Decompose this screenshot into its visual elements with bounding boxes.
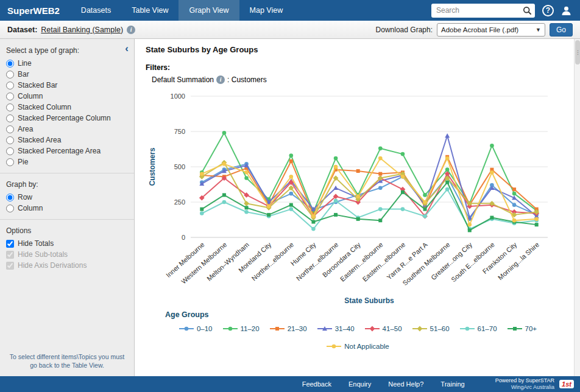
legend-marker-icon xyxy=(507,325,522,332)
tab-datasets[interactable]: Datasets xyxy=(71,0,121,21)
svg-text:250: 250 xyxy=(174,198,185,206)
graph-type-radio-stacked-area[interactable] xyxy=(6,136,14,144)
legend-item-0-10[interactable]: 0–10 xyxy=(179,325,213,332)
graph-type-label: Stacked Percentage Area xyxy=(18,147,101,155)
graph-by-radio-row[interactable] xyxy=(6,194,14,201)
search-icon[interactable] xyxy=(523,6,532,18)
dataset-info-icon[interactable]: i xyxy=(127,26,135,34)
svg-text:0: 0 xyxy=(182,234,185,241)
legend-item-61-70[interactable]: 61–70 xyxy=(460,325,497,332)
footer-link-training[interactable]: Training xyxy=(440,380,464,388)
legend-title: Age Groups xyxy=(165,310,570,319)
options-label: Options xyxy=(6,226,128,235)
graph-type-option-pie[interactable]: Pie xyxy=(6,158,128,166)
tab-map-view[interactable]: Map View xyxy=(239,0,294,21)
legend-marker-icon xyxy=(270,325,285,332)
graph-by-option-column[interactable]: Column xyxy=(6,204,128,212)
graph-type-label: Stacked Percentage Column xyxy=(18,114,111,122)
option-hide-totals[interactable]: Hide Totals xyxy=(6,239,128,248)
svg-text:State Suburbs: State Suburbs xyxy=(344,296,394,305)
graph-type-option-line[interactable]: Line xyxy=(6,59,128,68)
download-format-select[interactable]: Adobe Acrobat File (.pdf) ▼ xyxy=(437,23,545,37)
svg-text:Morning...la Shire: Morning...la Shire xyxy=(497,241,540,282)
legend-item-31-40[interactable]: 31–40 xyxy=(317,325,355,332)
graph-type-radio-bar[interactable] xyxy=(6,71,14,79)
filter-value: : Customers xyxy=(227,75,267,84)
graph-type-option-bar[interactable]: Bar xyxy=(6,70,128,79)
help-icon[interactable]: ? xyxy=(542,5,554,16)
go-button[interactable]: Go xyxy=(550,23,573,37)
graph-type-radio-stacked-percentage-area[interactable] xyxy=(6,147,14,155)
powered-by-line2: WingArc Australia xyxy=(495,384,554,391)
graph-type-option-stacked-percentage-area[interactable]: Stacked Percentage Area xyxy=(6,147,128,155)
graph-type-radio-stacked-bar[interactable] xyxy=(6,82,14,89)
scrollbar-thumb[interactable]: ⋮ xyxy=(575,40,580,65)
graph-type-radio-pie[interactable] xyxy=(6,158,14,166)
graph-type-label: Area xyxy=(18,125,33,133)
graph-type-list: LineBarStacked BarColumnStacked ColumnSt… xyxy=(6,59,128,166)
legend-item-70[interactable]: 70+ xyxy=(507,325,537,332)
graph-by-label: Column xyxy=(18,204,43,212)
graph-type-option-stacked-bar[interactable]: Stacked Bar xyxy=(6,81,128,89)
legend-item-not-applicable[interactable]: Not Applicable xyxy=(327,343,389,350)
dataset-label: Dataset: xyxy=(7,26,37,34)
graph-type-label: Column xyxy=(18,92,43,100)
search-input[interactable] xyxy=(431,4,535,18)
legend-label: 51–60 xyxy=(430,325,450,332)
filters-label: Filters: xyxy=(146,63,570,72)
filter-name: Default Summation xyxy=(152,75,214,84)
svg-text:500: 500 xyxy=(174,163,185,170)
tab-table-view[interactable]: Table View xyxy=(121,0,179,21)
option-hide-axis-derivations: Hide Axis Derivations xyxy=(6,261,128,270)
tab-graph-view[interactable]: Graph View xyxy=(179,0,239,21)
graph-by-radio-column[interactable] xyxy=(6,205,14,212)
legend-item-51-60[interactable]: 51–60 xyxy=(412,325,450,332)
powered-by: Powered by SuperSTAR WingArc Australia xyxy=(495,377,554,391)
graph-type-label: Line xyxy=(18,59,32,68)
svg-text:Inner Melbourne: Inner Melbourne xyxy=(164,241,206,279)
graph-by-option-row[interactable]: Row xyxy=(6,193,128,201)
graph-type-radio-stacked-column[interactable] xyxy=(6,103,14,111)
graph-type-option-stacked-percentage-column[interactable]: Stacked Percentage Column xyxy=(6,114,128,122)
user-icon[interactable] xyxy=(561,5,571,16)
footer-link-enquiry[interactable]: Enquiry xyxy=(348,380,371,388)
powered-by-line1: Powered by SuperSTAR xyxy=(495,377,554,384)
legend-item-41-50[interactable]: 41–50 xyxy=(365,325,402,332)
graph-type-option-stacked-column[interactable]: Stacked Column xyxy=(6,103,128,111)
legend-label: 41–50 xyxy=(383,325,402,332)
option-hide-sub-totals: Hide Sub-totals xyxy=(6,250,128,259)
graph-type-radio-area[interactable] xyxy=(6,125,14,133)
sidebar-footnote: To select different items\Topics you mus… xyxy=(6,352,128,370)
graph-type-label: Bar xyxy=(18,70,29,79)
graph-type-radio-line[interactable] xyxy=(6,60,14,68)
legend-label: 0–10 xyxy=(197,325,213,332)
legend-item-21-30[interactable]: 21–30 xyxy=(270,325,307,332)
checkbox-hide-totals[interactable] xyxy=(6,240,14,248)
graph-type-label: Stacked Area xyxy=(18,136,61,144)
legend-label: 31–40 xyxy=(335,325,355,332)
graph-type-option-stacked-area[interactable]: Stacked Area xyxy=(6,136,128,144)
svg-text:Greater...ong City: Greater...ong City xyxy=(430,240,473,281)
divider xyxy=(0,173,134,173)
graph-type-radio-stacked-percentage-column[interactable] xyxy=(6,114,14,122)
collapse-sidebar-icon[interactable]: ‹ xyxy=(125,43,129,54)
vertical-scrollbar[interactable]: ⋮ xyxy=(574,39,580,376)
download-format-value: Adobe Acrobat File (.pdf) xyxy=(441,26,518,33)
footer-link-need-help[interactable]: Need Help? xyxy=(388,380,423,388)
graph-type-radio-column[interactable] xyxy=(6,93,14,100)
legend-marker-icon xyxy=(412,325,427,332)
app-brand: SuperWEB2 xyxy=(0,5,71,16)
checkbox-hide-sub-totals xyxy=(6,251,14,259)
dataset-link[interactable]: Retail Banking (Sample) xyxy=(41,26,123,34)
footer-link-feedback[interactable]: Feedback xyxy=(302,380,331,388)
option-label: Hide Totals xyxy=(18,239,54,248)
svg-text:Norther...elbourne: Norther...elbourne xyxy=(295,241,339,282)
graph-type-option-column[interactable]: Column xyxy=(6,92,128,100)
graph-by-label: Row xyxy=(18,193,32,201)
legend-marker-icon xyxy=(223,325,238,332)
filter-info-icon[interactable]: i xyxy=(216,75,225,84)
legend-item-11-20[interactable]: 11–20 xyxy=(223,325,260,332)
graph-type-option-area[interactable]: Area xyxy=(6,125,128,133)
options-list: Hide TotalsHide Sub-totalsHide Axis Deri… xyxy=(6,239,128,270)
nav-tabs: DatasetsTable ViewGraph ViewMap View xyxy=(71,0,293,21)
